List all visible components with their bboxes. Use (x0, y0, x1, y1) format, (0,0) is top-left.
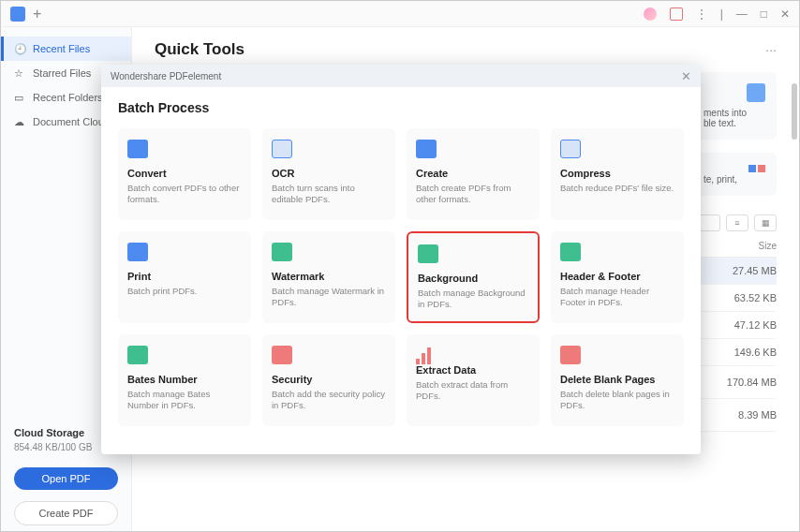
sidebar-item-label: Recent Files (33, 43, 90, 54)
sidebar-item-label: Starred Files (33, 67, 91, 79)
batch-card-desc: Batch reduce PDFs' file size. (560, 183, 674, 194)
batch-card-ocr[interactable]: OCRBatch turn scans into editable PDFs. (262, 128, 395, 220)
batch-card-title: OCR (272, 168, 386, 179)
batch-card-icon (272, 140, 292, 158)
create-pdf-button[interactable]: Create PDF (14, 501, 118, 525)
batch-card-icon (560, 140, 581, 158)
dialog-body: Batch Process ConvertBatch convert PDFs … (101, 87, 701, 439)
batch-card-desc: Batch extract data from PDFs. (416, 379, 530, 403)
batch-card-title: Watermark (272, 271, 386, 282)
batch-card-extract-data[interactable]: Extract DataBatch extract data from PDFs… (407, 334, 540, 426)
batch-process-dialog: Wondershare PDFelement ✕ Batch Process C… (101, 65, 701, 454)
batch-card-header-footer[interactable]: Header & FooterBatch manage Header Foote… (551, 231, 684, 323)
section-title: Quick Tools (155, 40, 244, 59)
size-column-header[interactable]: Size (720, 241, 777, 251)
batch-card-desc: Batch add the security policy in PDFs. (272, 389, 386, 412)
menu-dots-icon[interactable]: ⋮ (696, 7, 707, 21)
batch-grid: ConvertBatch convert PDFs to other forma… (118, 128, 684, 426)
open-pdf-button[interactable]: Open PDF (14, 467, 118, 490)
cloud-icon: ☁ (14, 116, 25, 127)
batch-card-title: Create (416, 168, 530, 179)
content-header: Quick Tools ··· (155, 40, 777, 59)
batch-card-title: Bates Number (127, 374, 242, 385)
batch-card-title: Extract Data (416, 364, 530, 376)
ocr-tool-icon (747, 83, 765, 102)
dialog-titlebar[interactable]: Wondershare PDFelement ✕ (101, 65, 701, 87)
batch-card-icon (560, 346, 581, 364)
file-size: 47.12 KB (720, 319, 777, 331)
batch-card-icon (416, 140, 437, 158)
scrollbar[interactable] (792, 83, 797, 140)
batch-card-bates-number[interactable]: Bates NumberBatch manage Bates Number in… (118, 334, 251, 426)
sidebar-item-label: Recent Folders (33, 92, 103, 103)
close-button[interactable]: ✕ (780, 7, 790, 21)
minimize-button[interactable]: — (736, 7, 748, 21)
batch-card-title: Header & Footer (560, 271, 674, 282)
batch-card-delete-blank-pages[interactable]: Delete Blank PagesBatch delete blank pag… (551, 334, 684, 426)
batch-card-icon (127, 243, 148, 261)
batch-card-desc: Batch print PDFs. (127, 286, 242, 297)
batch-card-desc: Batch delete blank pages in PDFs. (560, 389, 674, 412)
batch-card-icon (418, 244, 438, 263)
batch-card-desc: Batch turn scans into editable PDFs. (272, 183, 386, 206)
batch-card-icon (272, 243, 292, 261)
batch-card-icon (560, 243, 581, 261)
titlebar: + ⋮ | — □ ✕ (1, 1, 799, 27)
batch-card-create[interactable]: CreateBatch create PDFs from other forma… (407, 128, 540, 220)
batch-card-desc: Batch create PDFs from other formats. (416, 183, 530, 206)
batch-card-security[interactable]: SecurityBatch add the security policy in… (262, 334, 395, 426)
file-size: 27.45 MB (720, 265, 777, 276)
batch-card-background[interactable]: BackgroundBatch manage Background in PDF… (407, 231, 540, 323)
batch-card-desc: Batch manage Watermark in PDFs. (272, 286, 386, 309)
batch-card-title: Convert (127, 168, 242, 179)
extension-icon[interactable] (670, 7, 683, 21)
maximize-button[interactable]: □ (761, 7, 767, 21)
batch-card-desc: Batch manage Header Footer in PDFs. (560, 286, 674, 309)
batch-card-watermark[interactable]: WatermarkBatch manage Watermark in PDFs. (262, 231, 395, 323)
window-controls: ⋮ | — □ ✕ (644, 7, 790, 21)
grid-view-button[interactable]: ▦ (754, 214, 777, 231)
batch-card-print[interactable]: PrintBatch print PDFs. (118, 231, 251, 323)
dialog-close-button[interactable]: ✕ (681, 69, 691, 83)
separator: | (720, 7, 723, 21)
batch-card-desc: Batch convert PDFs to other formats. (127, 183, 242, 206)
batch-card-icon (127, 346, 148, 364)
avatar-icon[interactable] (644, 7, 657, 21)
batch-card-icon (272, 346, 292, 364)
batch-card-convert[interactable]: ConvertBatch convert PDFs to other forma… (118, 128, 251, 220)
batch-card-icon (127, 140, 148, 158)
batch-card-title: Background (418, 273, 528, 284)
star-icon: ☆ (14, 67, 25, 79)
batch-card-title: Compress (560, 168, 674, 179)
dialog-heading: Batch Process (118, 100, 684, 115)
dialog-title: Wondershare PDFelement (111, 71, 221, 81)
file-size: 8.39 MB (720, 409, 777, 421)
new-tab-button[interactable]: + (33, 6, 41, 22)
file-size: 63.52 KB (720, 292, 777, 303)
batch-card-title: Security (272, 374, 386, 385)
sidebar-item-recent-files[interactable]: 🕘 Recent Files (1, 37, 131, 61)
folder-icon: ▭ (14, 92, 25, 103)
more-button[interactable]: ··· (765, 42, 777, 57)
sidebar-item-label: Document Cloud (33, 116, 110, 127)
batch-card-title: Delete Blank Pages (560, 374, 674, 385)
app-tab-icon[interactable] (10, 7, 25, 22)
batch-card-desc: Batch manage Background in PDFs. (418, 288, 528, 311)
list-view-button[interactable]: ≡ (726, 214, 748, 231)
clock-icon: 🕘 (14, 43, 25, 54)
file-size: 149.6 KB (720, 347, 777, 358)
chart-icon (416, 346, 530, 364)
quick-tool-card[interactable]: te, print, (692, 153, 777, 196)
file-size: 170.84 MB (720, 377, 777, 388)
batch-card-desc: Batch manage Bates Number in PDFs. (127, 389, 242, 412)
batch-card-compress[interactable]: CompressBatch reduce PDFs' file size. (551, 128, 684, 220)
batch-card-title: Print (127, 271, 242, 282)
quick-tool-card[interactable]: ments into ble text. (692, 72, 777, 140)
